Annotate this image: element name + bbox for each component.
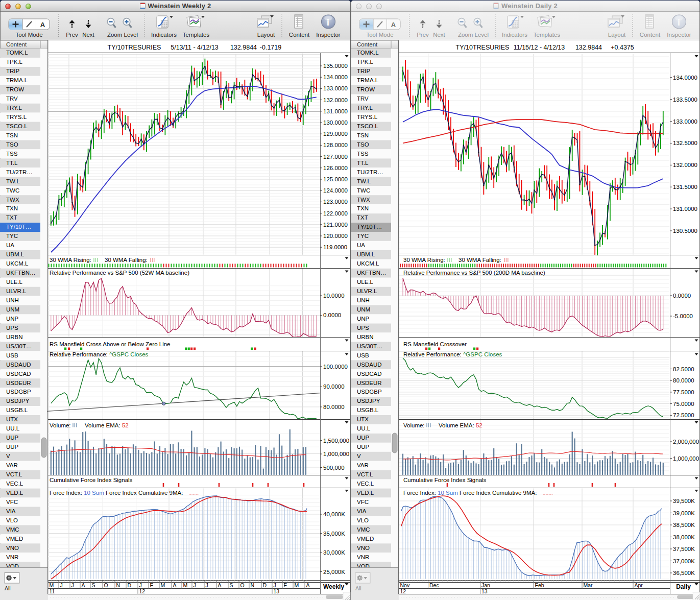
svg-text:121.0000: 121.0000 (323, 222, 348, 228)
svg-text:TRYS.L: TRYS.L (6, 114, 27, 120)
svg-text:i: i (327, 17, 329, 28)
svg-text:VEC.L: VEC.L (357, 481, 374, 487)
svg-text:11/15/12 - 4/12/13: 11/15/12 - 4/12/13 (514, 44, 565, 51)
svg-text:M: M (161, 582, 165, 588)
svg-text:TY/10TRESURIES: TY/10TRESURIES (456, 44, 510, 51)
svg-text:TRY.L: TRY.L (6, 105, 22, 111)
svg-text:Prev: Prev (417, 32, 429, 38)
svg-text:VED.L: VED.L (6, 490, 23, 496)
svg-text:Tool Mode: Tool Mode (15, 32, 42, 38)
svg-text:119.0000: 119.0000 (323, 244, 347, 250)
svg-text:VNO: VNO (357, 545, 370, 551)
svg-text:TSO: TSO (357, 141, 369, 148)
svg-text:130.0000: 130.0000 (323, 119, 348, 126)
svg-text:TROW: TROW (357, 86, 375, 92)
svg-text:TPK.L: TPK.L (357, 59, 374, 65)
svg-text:M: M (295, 582, 299, 588)
svg-text:J: J (60, 582, 63, 588)
svg-text:TW.L: TW.L (6, 178, 20, 184)
svg-text:US/30T…: US/30T… (6, 343, 32, 349)
svg-text:TRV: TRV (6, 95, 18, 102)
svg-text:Templates: Templates (183, 32, 210, 38)
svg-text:TT.L: TT.L (357, 160, 369, 166)
svg-text:Content: Content (357, 41, 378, 47)
svg-text:VMED: VMED (357, 536, 374, 542)
svg-text:131.0000: 131.0000 (323, 108, 348, 114)
svg-text:USDAUD: USDAUD (357, 362, 382, 368)
svg-text:VNR: VNR (357, 554, 369, 560)
svg-text:Mar: Mar (584, 582, 593, 588)
svg-text:TSN: TSN (357, 132, 369, 138)
svg-text:J: J (206, 582, 208, 588)
svg-text:Indicators: Indicators (151, 32, 177, 38)
svg-text:UNP: UNP (357, 316, 370, 322)
svg-text:TOMK.L: TOMK.L (357, 50, 379, 56)
svg-text:5/13/11 - 4/12/13: 5/13/11 - 4/12/13 (171, 44, 219, 51)
svg-text:VLO: VLO (6, 517, 18, 523)
svg-text:N: N (116, 582, 120, 588)
svg-text:TY/10TRESURIES: TY/10TRESURIES (108, 44, 161, 51)
svg-text:1,500,000: 1,500,000 (323, 438, 349, 444)
svg-text:40,000K: 40,000K (323, 511, 345, 517)
svg-text:Zoom Level: Zoom Level (107, 32, 138, 38)
svg-text:75.0000: 75.0000 (673, 401, 694, 407)
svg-text:Volume:: Volume: (50, 422, 71, 428)
svg-text:TRV: TRV (357, 95, 369, 102)
svg-text:Apr: Apr (635, 582, 643, 588)
svg-text:126.0000: 126.0000 (323, 165, 348, 171)
svg-text:Tool Mode: Tool Mode (366, 32, 393, 38)
svg-text:S: S (230, 582, 233, 588)
svg-text:S: S (92, 582, 95, 588)
svg-text:TY/10T…: TY/10T… (6, 224, 31, 230)
svg-text:Next: Next (82, 32, 94, 38)
svg-text:132.9844: 132.9844 (575, 44, 602, 51)
svg-text:80.0000: 80.0000 (323, 404, 345, 410)
svg-text:25,000K: 25,000K (323, 569, 345, 575)
svg-text:134.0000: 134.0000 (323, 74, 348, 80)
svg-text:30,000K: 30,000K (323, 549, 345, 556)
svg-text:38,500K: 38,500K (673, 522, 695, 528)
svg-text:132.9844: 132.9844 (230, 44, 257, 51)
svg-text:VCT.L: VCT.L (357, 471, 373, 477)
svg-text:TW.L: TW.L (357, 178, 371, 184)
svg-text:J: J (194, 582, 196, 588)
svg-text:122.0000: 122.0000 (323, 210, 348, 217)
svg-text:UUP: UUP (357, 435, 370, 441)
svg-text:80.0000: 80.0000 (673, 377, 694, 383)
svg-text:VNR: VNR (6, 554, 18, 560)
svg-text:TSN: TSN (6, 132, 18, 138)
svg-text:39,000K: 39,000K (673, 510, 695, 516)
svg-text:132.0000: 132.0000 (673, 162, 697, 168)
svg-text:UKFTBN…: UKFTBN… (357, 270, 387, 276)
svg-text:UNM: UNM (357, 306, 370, 313)
svg-text:O: O (104, 582, 108, 588)
svg-text:TROW: TROW (6, 86, 24, 92)
svg-text:VAR: VAR (357, 462, 369, 468)
svg-text:Relative Performance: ^GSPC C: Relative Performance: ^GSPC Closes (403, 351, 502, 357)
svg-text:VEC.L: VEC.L (6, 481, 23, 487)
svg-text:+0.4375: +0.4375 (611, 44, 634, 51)
svg-text:Volume EMA: 52: Volume EMA: 52 (439, 422, 482, 428)
svg-text:Force Index: 10 Sum Force I: Force Index: 10 Sum Force Index Cumulati… (403, 490, 537, 496)
svg-text:TYC: TYC (357, 233, 369, 239)
svg-text:ULE.L: ULE.L (357, 279, 374, 285)
svg-text:USDEUR: USDEUR (6, 380, 31, 386)
svg-text:USDCAD: USDCAD (357, 371, 382, 377)
svg-text:TU/2TR…: TU/2TR… (357, 169, 383, 175)
svg-text:1,000,000: 1,000,000 (323, 451, 349, 457)
svg-text:A: A (82, 582, 85, 588)
svg-text:Relative Performance vs S&P 50: Relative Performance vs S&P 500 (52W MA … (50, 270, 189, 276)
svg-text:UNP: UNP (6, 316, 19, 322)
svg-text:TOMK.L: TOMK.L (6, 50, 28, 56)
svg-text:O: O (240, 582, 245, 588)
svg-text:12: 12 (139, 588, 146, 594)
svg-text:Daily: Daily (676, 583, 691, 590)
svg-text:VCT.L: VCT.L (6, 471, 22, 477)
svg-text:72.5000: 72.5000 (673, 412, 694, 418)
svg-text:TSO: TSO (6, 141, 18, 148)
svg-text:0.0000: 0.0000 (673, 293, 691, 299)
svg-text:UA: UA (357, 242, 365, 248)
svg-text:TWX: TWX (6, 197, 19, 203)
svg-text:UBM.L: UBM.L (6, 251, 25, 257)
svg-text:13: 13 (481, 588, 488, 594)
